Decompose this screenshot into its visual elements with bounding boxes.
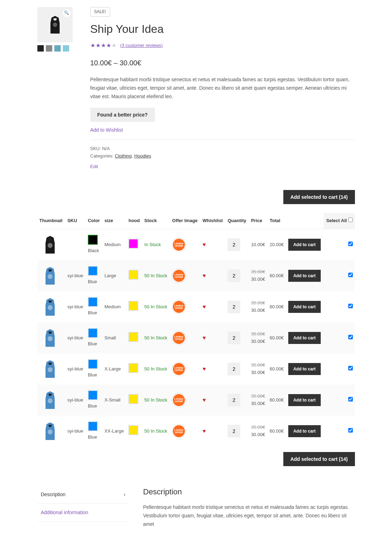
add-to-cart-button[interactable]: Add to cart	[288, 332, 320, 344]
offer-badge: Limited OFFER	[172, 331, 186, 345]
add-to-cart-button[interactable]: Add to cart	[288, 394, 320, 406]
add-to-cart-button[interactable]: Add to cart	[288, 239, 320, 251]
better-price-button[interactable]: Found a better price?	[90, 108, 155, 122]
variant-sku	[65, 229, 86, 260]
offer-badge: Limited OFFER	[172, 269, 186, 283]
color-swatch	[88, 328, 98, 338]
variant-total: 60.00€	[267, 322, 286, 353]
svg-point-9	[48, 367, 53, 372]
variant-sku: syi-blue	[65, 416, 86, 447]
hood-swatch	[128, 363, 138, 373]
edit-link[interactable]: Edit	[90, 163, 355, 171]
price-range: 10.00€ – 30.00€	[90, 57, 355, 69]
quantity-input[interactable]	[228, 394, 240, 406]
col-offer: Offer Image	[170, 213, 200, 229]
row-select-checkbox[interactable]	[348, 242, 353, 246]
color-swatch	[88, 359, 98, 369]
quantity-input[interactable]	[228, 332, 240, 344]
color-swatch	[88, 421, 98, 431]
variant-thumbnail[interactable]	[40, 421, 61, 442]
zoom-icon[interactable]: 🔍	[63, 9, 71, 17]
row-select-checkbox[interactable]	[348, 366, 353, 370]
table-row: Black Medium In Stock Limited OFFER ♥ 10…	[37, 229, 355, 260]
variant-thumbnail[interactable]	[40, 265, 61, 286]
stock-status: In Stock	[142, 229, 170, 260]
offer-badge: Limited OFFER	[172, 300, 186, 314]
wishlist-heart-icon[interactable]: ♥	[203, 397, 206, 403]
gallery-thumb[interactable]	[37, 45, 44, 52]
variant-total: 60.00€	[267, 291, 286, 322]
variant-price: 35.00€30.00€	[249, 260, 267, 291]
select-all-checkbox[interactable]	[348, 218, 353, 222]
product-main-image[interactable]: 🔍	[37, 7, 73, 42]
table-row: syi-blue Blue Large 50 In Stock Limited …	[37, 260, 355, 291]
color-name: Black	[88, 248, 99, 253]
variant-thumbnail[interactable]	[40, 234, 61, 255]
offer-badge: Limited OFFER	[172, 393, 186, 407]
add-selected-to-cart-button[interactable]: Add selected to cart (14)	[283, 452, 355, 466]
quantity-input[interactable]	[228, 363, 240, 375]
wishlist-heart-icon[interactable]: ♥	[203, 428, 206, 434]
hood-swatch	[128, 270, 138, 280]
quantity-input[interactable]	[228, 238, 240, 251]
chevron-right-icon: ›	[124, 490, 126, 498]
add-to-cart-button[interactable]: Add to cart	[288, 425, 320, 437]
row-select-checkbox[interactable]	[348, 397, 353, 402]
offer-badge: Limited OFFER	[172, 362, 186, 376]
category-link[interactable]: Clothing	[115, 153, 132, 159]
quantity-input[interactable]	[228, 425, 240, 438]
color-swatch	[88, 235, 98, 245]
row-select-checkbox[interactable]	[348, 304, 353, 308]
table-row: syi-blue Blue X-Large 50 In Stock Limite…	[37, 353, 355, 385]
svg-point-11	[48, 429, 53, 434]
color-name: Blue	[88, 279, 97, 284]
col-size: size	[102, 213, 126, 229]
variant-price: 35.00€30.00€	[249, 385, 267, 416]
table-row: syi-blue Blue XX-Large 50 In Stock Limit…	[37, 416, 355, 447]
hood-swatch	[128, 332, 138, 342]
tab-description[interactable]: Description›	[37, 486, 129, 504]
gallery-thumb[interactable]	[63, 45, 69, 52]
variant-thumbnail[interactable]	[40, 296, 61, 317]
wishlist-heart-icon[interactable]: ♥	[203, 304, 206, 310]
row-select-checkbox[interactable]	[348, 273, 353, 277]
variant-size: X-Large	[102, 353, 126, 385]
variant-sku: syi-blue	[65, 353, 86, 385]
variant-thumbnail[interactable]	[40, 358, 61, 380]
hood-swatch	[128, 301, 138, 311]
category-link[interactable]: Hoodies	[134, 153, 151, 159]
variant-total: 60.00€	[267, 353, 286, 385]
description-heading: Description	[143, 486, 355, 498]
add-to-cart-button[interactable]: Add to cart	[288, 270, 320, 282]
svg-point-7	[48, 305, 53, 310]
variant-price: 35.00€30.00€	[249, 291, 267, 322]
variant-sku: syi-blue	[65, 322, 86, 353]
tab-additional-info[interactable]: Additional information	[37, 504, 129, 522]
color-name: Blue	[88, 372, 97, 377]
add-selected-to-cart-button[interactable]: Add selected to cart (14)	[283, 190, 355, 204]
variant-total: 60.00€	[267, 260, 286, 291]
gallery-thumb[interactable]	[46, 45, 52, 52]
gallery-thumb[interactable]	[54, 45, 61, 52]
variant-total: 60.00€	[267, 385, 286, 416]
svg-rect-1	[37, 45, 44, 52]
row-select-checkbox[interactable]	[348, 335, 353, 339]
stock-status: 50 In Stock	[142, 416, 170, 447]
add-to-cart-button[interactable]: Add to cart	[288, 301, 320, 313]
add-to-cart-button[interactable]: Add to cart	[288, 363, 320, 375]
stock-status: 50 In Stock	[142, 353, 170, 385]
wishlist-heart-icon[interactable]: ♥	[203, 242, 206, 248]
variant-thumbnail[interactable]	[40, 390, 61, 411]
quantity-input[interactable]	[228, 301, 240, 313]
row-select-checkbox[interactable]	[348, 428, 353, 433]
wishlist-heart-icon[interactable]: ♥	[203, 366, 206, 372]
col-price: Price	[249, 213, 267, 229]
variant-thumbnail[interactable]	[40, 327, 61, 349]
col-select-all: Select All	[324, 213, 355, 229]
add-to-wishlist-link[interactable]: Add to Wishlist	[90, 126, 355, 134]
wishlist-heart-icon[interactable]: ♥	[203, 335, 206, 341]
reviews-link[interactable]: (3 customer reviews)	[120, 42, 163, 49]
color-name: Blue	[88, 310, 97, 315]
quantity-input[interactable]	[228, 269, 240, 282]
wishlist-heart-icon[interactable]: ♥	[203, 273, 206, 279]
